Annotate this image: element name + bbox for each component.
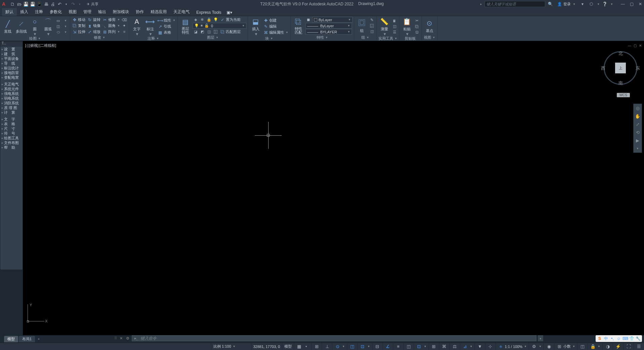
layer-freeze-icon[interactable]: ❄ <box>199 17 205 23</box>
maximize-button[interactable]: ▢ <box>628 0 635 8</box>
tab-featured[interactable]: 精选应用 <box>147 8 170 16</box>
sp-item[interactable]: 计 算 <box>0 110 23 115</box>
viewcube-west[interactable]: 西 <box>601 65 605 71</box>
chevron-down-icon[interactable]: ▼ <box>63 30 69 35</box>
drawing-viewport[interactable]: [-][俯视][二维线框] — ▢ ✕ Y X 上 北 南 东 西 WCS ◎ … <box>23 41 644 335</box>
sp-item[interactable]: 天正电气 <box>0 82 23 86</box>
copybase-icon[interactable]: ⊡ <box>414 30 420 35</box>
sp-item[interactable]: 弱电系统 <box>0 96 23 101</box>
zoom-extents-icon[interactable]: ⤢ <box>634 120 642 128</box>
exchange-icon[interactable]: ⬡ <box>588 0 595 8</box>
set-current-button[interactable]: ✓置为当前 <box>219 17 241 23</box>
sp-item[interactable]: 设 置 <box>0 47 23 51</box>
panel-label[interactable]: 剪贴板 <box>405 36 416 41</box>
offset-icon[interactable]: ≡ <box>121 29 127 34</box>
group-button[interactable]: ⿴组 <box>356 19 368 33</box>
undo-icon[interactable]: ↶ <box>56 1 63 7</box>
osnap-icon[interactable]: ⊡ <box>360 344 366 350</box>
units-icon[interactable]: ⚖ <box>452 344 458 350</box>
lineweight-dropdown[interactable]: ———ByLayer▼ <box>306 23 352 29</box>
calc-icon[interactable]: 🖩 <box>392 18 398 24</box>
share-button[interactable]: ✈ 共享 <box>87 2 98 7</box>
panel-label[interactable]: 组 <box>361 35 365 40</box>
ime-punct-icon[interactable]: •, <box>610 336 615 341</box>
sp-item[interactable]: 系统元件 <box>0 86 23 91</box>
sp-item[interactable]: 平面设备 <box>0 56 23 61</box>
app-icon[interactable]: A <box>2 1 7 7</box>
layout-tab-1[interactable]: 布局1 <box>19 336 35 342</box>
scale-button[interactable]: ⤢缩放 <box>87 29 101 35</box>
viewport-close-icon[interactable]: ✕ <box>638 43 643 48</box>
ime-skin-icon[interactable]: 👕 <box>629 336 634 341</box>
undo-dd-icon[interactable]: ▼ <box>63 1 69 7</box>
rotate-button[interactable]: ↻旋转 <box>87 17 101 23</box>
paste-button[interactable]: 📋粘贴▼ <box>401 17 413 36</box>
cmdline-handle-icon[interactable]: ⠿ <box>114 336 117 341</box>
anno-monitor-icon[interactable]: ◉ <box>546 344 552 350</box>
anno-scale-icon[interactable]: ⍟ <box>498 344 504 350</box>
group-sel-icon[interactable]: ◫ <box>369 29 375 34</box>
quickprops-icon[interactable]: ◫ <box>579 344 586 350</box>
sp-item[interactable]: 帮 助 <box>0 145 23 150</box>
transparency-icon[interactable]: ◫ <box>406 344 412 350</box>
match-layer-button[interactable]: ⿻匹配图层 <box>219 29 241 35</box>
text-button[interactable]: A文字▼ <box>130 17 143 36</box>
insert-button[interactable]: ⬓插入▼ <box>249 17 262 36</box>
match-props-button[interactable]: ⿻特性 匹配 <box>292 17 305 34</box>
viewcube-south[interactable]: 南 <box>618 80 623 86</box>
add-layout-button[interactable]: + <box>36 337 42 341</box>
sp-item[interactable]: 建 筑 <box>0 51 23 56</box>
search-input[interactable]: 键入关键字或短语 <box>485 1 545 7</box>
sp-item[interactable]: 原 理 图 <box>0 105 23 110</box>
viewcube-north[interactable]: 北 <box>618 50 623 57</box>
navbar-dd-icon[interactable]: ▼ <box>634 144 642 152</box>
viewport-min-icon[interactable]: — <box>627 43 632 48</box>
viewcube-east[interactable]: 东 <box>636 65 640 71</box>
explode-icon[interactable]: ✦ <box>121 23 127 29</box>
sp-item[interactable]: 绘图工具 <box>0 136 23 140</box>
viewcube-top[interactable]: 上 <box>615 63 626 73</box>
select-icon[interactable]: ◫ <box>392 24 398 29</box>
cleanscreen-icon[interactable]: ⛶ <box>626 344 632 350</box>
close-button[interactable]: ✕ <box>637 0 644 8</box>
snap-icon[interactable]: ⊞ <box>314 344 320 350</box>
sp-item[interactable]: 表 格 <box>0 121 23 126</box>
sidepanel-title[interactable]: T... <box>0 41 23 47</box>
chevron-down-icon[interactable]: ▼ <box>63 18 69 24</box>
viewport-label[interactable]: [-][俯视][二维线框] <box>25 43 56 48</box>
qselect-icon[interactable]: ☰ <box>392 30 398 35</box>
group-edit-icon[interactable]: ✎ <box>369 18 375 23</box>
layer-lock-icon[interactable]: 🔒 <box>206 17 212 23</box>
hwacc-icon[interactable]: ⚡ <box>615 344 621 350</box>
edit-attr-button[interactable]: ⌘编辑属性▼ <box>263 30 289 35</box>
units-display-icon[interactable]: ⊞ <box>556 344 562 350</box>
save-icon[interactable]: 💾 <box>23 1 29 7</box>
wcs-badge[interactable]: WCS <box>617 93 630 97</box>
ellipse-icon[interactable]: ⬭ <box>55 30 61 35</box>
tab-annotate[interactable]: 注释 <box>32 8 46 16</box>
panel-label[interactable]: 绘图 <box>29 36 37 41</box>
layer-props-button[interactable]: ▤图层 特性 <box>179 17 192 34</box>
dyninput-icon[interactable]: ⊞ <box>431 344 437 350</box>
tab-tangent[interactable]: 天正电气 <box>170 8 193 16</box>
trim-button[interactable]: ✂修剪▼ <box>102 17 121 23</box>
copy-icon[interactable]: ⿻ <box>414 24 420 29</box>
customize-icon[interactable]: ☰ <box>636 344 642 350</box>
basepoint-button[interactable]: ⊙基点 <box>423 19 436 33</box>
dim-button[interactable]: ⟷标注▼ <box>144 17 157 36</box>
linetype-dropdown[interactable]: ———BYLAYER▼ <box>306 29 352 35</box>
login-button[interactable]: 👤 登录 ▼ <box>557 2 575 7</box>
tab-collab[interactable]: 协作 <box>132 8 147 16</box>
polyline-button[interactable]: ⟋多段线 <box>15 19 28 34</box>
leader-button[interactable]: ↗引线 <box>157 24 176 29</box>
tab-output[interactable]: 输出 <box>95 8 110 16</box>
open-icon[interactable]: 🗁 <box>16 1 22 7</box>
panel-label[interactable]: 注释 <box>148 36 155 41</box>
polar-icon[interactable]: ⊙ <box>334 344 340 350</box>
app-switch-icon[interactable]: ▾ <box>579 0 586 8</box>
tab-express[interactable]: Express Tools <box>193 9 225 16</box>
new-icon[interactable]: 🗋 <box>9 1 15 7</box>
sp-item[interactable]: 导 线 <box>0 61 23 66</box>
tab-addins[interactable]: 附加模块 <box>110 8 132 16</box>
sp-item[interactable]: 接地防雷 <box>0 70 23 75</box>
